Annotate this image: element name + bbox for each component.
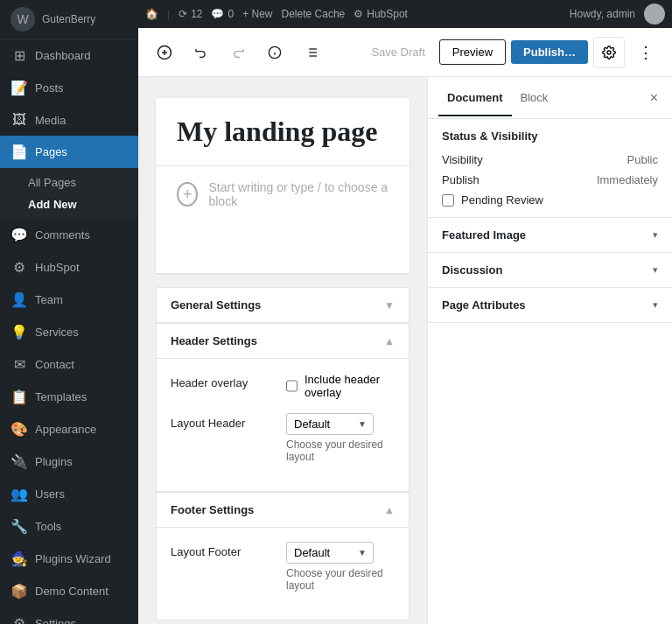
sidebar-item-appearance[interactable]: 🎨Appearance [0, 413, 138, 445]
topbar-updates[interactable]: ⟳ 12 [178, 8, 202, 20]
sidebar-label-comments: Comments [35, 228, 90, 242]
sidebar-item-services[interactable]: 💡Services [0, 316, 138, 348]
dashboard-icon: ⊞ [10, 47, 28, 64]
topbar-site[interactable]: 🏠 [145, 8, 158, 20]
sidebar-item-plugins[interactable]: 🔌Plugins [0, 445, 138, 478]
panel-header-header[interactable]: Header Settings▲ [157, 324, 409, 358]
sidebar-item-posts[interactable]: 📝Posts [0, 72, 138, 104]
form-row-header-overlay: Header overlayInclude header overlay [171, 373, 395, 399]
discussion-header[interactable]: Discussion ▾ [442, 263, 658, 277]
sidebar-label-team: Team [35, 293, 63, 306]
status-visibility-title: Status & Visibility [442, 130, 538, 143]
sidebar-item-hubspot[interactable]: ⚙HubSpot [0, 251, 138, 284]
sidebar-label-templates: Templates [35, 390, 87, 403]
panel-header-general[interactable]: General Settings▼ [157, 288, 409, 322]
sidebar-item-team[interactable]: 👤Team [0, 284, 138, 316]
sidebar-label-users: Users [35, 487, 65, 501]
undo-button[interactable] [186, 37, 217, 68]
page-content-block[interactable]: + Start writing or type / to choose a bl… [156, 166, 410, 222]
settings-button[interactable] [593, 37, 625, 68]
select-wrapper-layout-header: DefaultLayout 1Layout 2▼ [286, 413, 374, 435]
sidebar-subitem-add-new[interactable]: Add New [28, 193, 138, 215]
checkbox-label-header-overlay: Include header overlay [304, 373, 395, 399]
sidebar-item-demo-content[interactable]: 📦Demo Content [0, 575, 138, 607]
topbar-delete-cache[interactable]: Delete Cache [282, 8, 346, 20]
more-tools-button[interactable]: ⋮ [630, 37, 662, 68]
featured-image-title: Featured Image [442, 228, 526, 242]
featured-image-header[interactable]: Featured Image ▾ [442, 228, 658, 242]
checkbox-header-overlay[interactable] [286, 380, 298, 392]
services-icon: 💡 [10, 324, 28, 340]
sidebar-label-settings: Settings [35, 617, 76, 624]
select-layout-header[interactable]: DefaultLayout 1Layout 2 [286, 413, 374, 435]
visibility-value: Public [627, 153, 658, 166]
topbar-avatar[interactable] [644, 4, 665, 25]
label-header-overlay: Header overlay [171, 373, 276, 389]
media-icon: 🖼 [10, 112, 28, 128]
sidebar-label-tools: Tools [35, 520, 61, 533]
form-row-layout-header: Layout HeaderDefaultLayout 1Layout 2▼Cho… [171, 413, 395, 463]
plugins-wizard-icon: 🧙 [10, 550, 28, 567]
status-visibility-header[interactable]: Status & Visibility [442, 130, 658, 143]
sidebar-label-demo-content: Demo Content [35, 585, 108, 598]
panel-general: General Settings▼ [156, 287, 410, 323]
sidebar-item-plugins-wizard[interactable]: 🧙Plugins Wizard [0, 543, 138, 575]
panel-body-footer: Layout FooterDefaultLayout 1Layout 2▼Cho… [157, 527, 409, 620]
pages-icon: 📄 [10, 144, 28, 160]
tab-block[interactable]: Block [512, 81, 557, 116]
redo-button[interactable] [222, 37, 254, 68]
topbar-comments[interactable]: 💬 0 [211, 8, 234, 20]
sidebar-label-plugins-wizard: Plugins Wizard [35, 552, 111, 565]
sidebar-item-tools[interactable]: 🔧Tools [0, 510, 138, 543]
page-attributes-header[interactable]: Page Attributes ▾ [442, 298, 658, 312]
list-view-button[interactable] [296, 37, 327, 68]
save-draft-button[interactable]: Save Draft [362, 40, 433, 64]
panel-body-header: Header overlayInclude header overlayLayo… [157, 358, 409, 491]
control-header-overlay: Include header overlay [286, 373, 395, 399]
info-button[interactable] [259, 37, 290, 68]
sidebar-item-comments[interactable]: 💬Comments [0, 219, 138, 251]
checkbox-row-header-overlay: Include header overlay [286, 373, 395, 399]
page-editor: + Start writing or type / to choose a bl… [156, 98, 410, 273]
appearance-icon: 🎨 [10, 421, 28, 438]
sidebar-item-settings[interactable]: ⚙Settings [0, 607, 138, 624]
label-layout-footer: Layout Footer [171, 542, 276, 558]
visibility-row: Visibility Public [442, 153, 658, 166]
topbar-new[interactable]: + New [242, 8, 272, 20]
site-name: GutenBerry [42, 13, 95, 25]
pending-review-label: Pending Review [461, 193, 543, 207]
discussion-title: Discussion [442, 263, 502, 277]
topbar-hubspot[interactable]: ⚙ HubSpot [354, 8, 408, 20]
hint-layout-header: Choose your desired layout [286, 438, 395, 463]
sidebar-item-dashboard[interactable]: ⊞Dashboard [0, 39, 138, 72]
section-page-attributes: Page Attributes ▾ [428, 288, 672, 323]
control-layout-footer: DefaultLayout 1Layout 2▼Choose your desi… [286, 542, 395, 592]
demo-content-icon: 📦 [10, 583, 28, 599]
page-attributes-title: Page Attributes [442, 298, 526, 312]
sidebar-subitem-all-pages[interactable]: All Pages [28, 172, 138, 193]
panel-header-footer[interactable]: Footer Settings▲ [157, 493, 409, 527]
page-title-input[interactable] [177, 116, 388, 148]
publish-button[interactable]: Publish… [511, 40, 588, 64]
section-status-visibility: Status & Visibility Visibility Public Pu… [428, 119, 672, 218]
sidebar-sub-pages: All PagesAdd New [0, 168, 138, 219]
preview-button[interactable]: Preview [439, 39, 506, 65]
select-layout-footer[interactable]: DefaultLayout 1Layout 2 [286, 542, 374, 564]
pending-review-checkbox[interactable] [442, 194, 454, 207]
sidebar-item-contact[interactable]: ✉Contact [0, 348, 138, 381]
sidebar-item-templates[interactable]: 📋Templates [0, 381, 138, 413]
comments-icon: 💬 [10, 227, 28, 243]
sidebar-item-pages[interactable]: 📄Pages [0, 136, 138, 168]
sidebar-item-media[interactable]: 🖼Media [0, 104, 138, 136]
inline-add-block-button[interactable]: + [177, 182, 198, 207]
tab-document[interactable]: Document [438, 81, 512, 116]
settings-panels: General Settings▼Header Settings▲Header … [156, 287, 410, 620]
sidebar-label-services: Services [35, 326, 79, 339]
svg-point-12 [607, 51, 611, 54]
topbar-howdy[interactable]: Howdy, admin [570, 8, 635, 20]
sidebar-item-users[interactable]: 👥Users [0, 478, 138, 510]
editor-area: + Start writing or type / to choose a bl… [138, 77, 427, 624]
sidebar-logo[interactable]: W GutenBerry [0, 0, 138, 39]
panel-close-button[interactable]: × [647, 87, 662, 109]
add-block-button[interactable] [149, 37, 180, 68]
